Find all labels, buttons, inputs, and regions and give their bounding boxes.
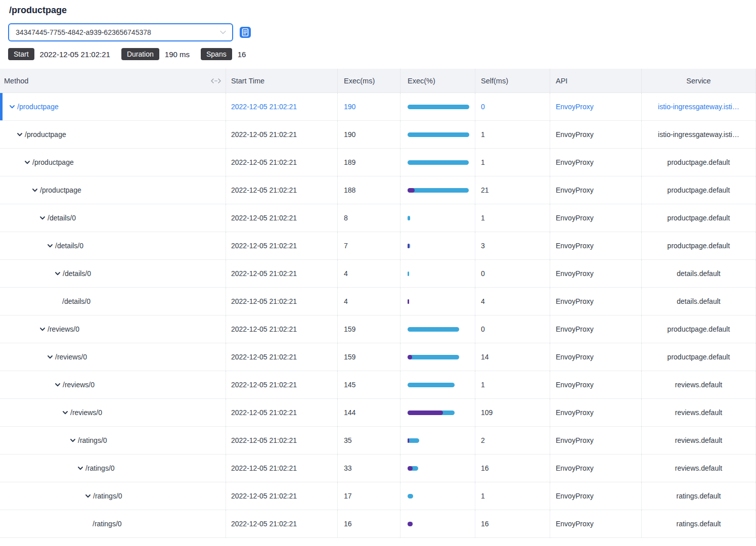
api-cell: EnvoyProxy <box>550 93 641 120</box>
table-row[interactable]: /details/0 2022-12-05 21:02:21 4 4 Envoy… <box>0 288 756 315</box>
table-row[interactable]: /reviews/0 2022-12-05 21:02:21 159 0 Env… <box>0 315 756 343</box>
column-header-method-label: Method <box>4 77 28 85</box>
api-cell: EnvoyProxy <box>550 454 641 482</box>
api-cell: EnvoyProxy <box>550 288 641 315</box>
service-cell: reviews.default <box>641 399 756 426</box>
exec-percent-bar <box>408 299 469 304</box>
service-cell: details.default <box>641 260 756 287</box>
exec-ms-cell: 145 <box>337 371 400 398</box>
chevron-down-icon[interactable] <box>55 382 61 388</box>
service-cell: ratings.default <box>641 482 756 510</box>
self-ms-cell: 14 <box>475 343 550 371</box>
chevron-down-icon[interactable] <box>47 243 53 249</box>
chevron-down-icon[interactable] <box>32 187 38 193</box>
chevron-down-icon[interactable] <box>77 465 83 471</box>
start-time-cell: 2022-12-05 21:02:21 <box>226 93 337 120</box>
table-row[interactable]: /productpage 2022-12-05 21:02:21 190 0 E… <box>0 93 756 121</box>
start-time-cell: 2022-12-05 21:02:21 <box>226 176 337 204</box>
chevron-down-icon[interactable] <box>85 493 91 499</box>
table-row[interactable]: /productpage 2022-12-05 21:02:21 190 1 E… <box>0 121 756 149</box>
spans-value: 16 <box>238 50 246 59</box>
service-cell: productpage.default <box>641 176 756 204</box>
exec-ms-cell: 189 <box>337 149 400 176</box>
table-row[interactable]: /details/0 2022-12-05 21:02:21 4 0 Envoy… <box>0 260 756 288</box>
chevron-down-icon[interactable] <box>62 410 68 416</box>
exec-ms-cell: 188 <box>337 176 400 204</box>
start-time-cell: 2022-12-05 21:02:21 <box>226 371 337 398</box>
table-row[interactable]: /reviews/0 2022-12-05 21:02:21 159 14 En… <box>0 343 756 371</box>
exec-percent-cell <box>400 510 475 537</box>
service-cell: reviews.default <box>641 454 756 482</box>
api-cell: EnvoyProxy <box>550 427 641 454</box>
api-cell: EnvoyProxy <box>550 149 641 176</box>
service-cell: istio-ingressgateway.isti… <box>641 93 756 120</box>
self-bar-segment <box>408 522 413 526</box>
table-row[interactable]: /details/0 2022-12-05 21:02:21 7 3 Envoy… <box>0 232 756 260</box>
method-label: /ratings/0 <box>93 492 122 500</box>
method-cell: /ratings/0 <box>0 482 226 510</box>
start-value: 2022-12-05 21:02:21 <box>40 50 110 59</box>
exec-percent-bar <box>408 522 469 526</box>
method-label: /details/0 <box>63 269 91 278</box>
table-row[interactable]: /reviews/0 2022-12-05 21:02:21 144 109 E… <box>0 399 756 427</box>
start-time-cell: 2022-12-05 21:02:21 <box>226 204 337 232</box>
exec-percent-cell <box>400 232 475 259</box>
horizontal-resize-icon[interactable] <box>210 78 221 84</box>
api-cell: EnvoyProxy <box>550 121 641 148</box>
exec-ms-cell: 159 <box>337 315 400 343</box>
start-time-cell: 2022-12-05 21:02:21 <box>226 343 337 371</box>
exec-percent-bar <box>408 160 469 165</box>
method-cell: /productpage <box>0 121 226 148</box>
exec-percent-bar <box>408 188 469 193</box>
service-cell: productpage.default <box>641 315 756 343</box>
column-header-method: Method <box>0 69 226 93</box>
api-cell: EnvoyProxy <box>550 176 641 204</box>
table-row[interactable]: /productpage 2022-12-05 21:02:21 188 21 … <box>0 176 756 204</box>
trace-id-select[interactable]: 34347445-7755-4842-a939-623656745378 <box>8 23 233 41</box>
table-row[interactable]: /ratings/0 2022-12-05 21:02:21 17 1 Envo… <box>0 482 756 510</box>
table-row[interactable]: /ratings/0 2022-12-05 21:02:21 35 2 Envo… <box>0 427 756 454</box>
method-label: /reviews/0 <box>48 325 79 333</box>
copy-document-icon[interactable] <box>239 26 251 38</box>
method-cell: /reviews/0 <box>0 315 226 343</box>
chevron-down-icon[interactable] <box>70 437 76 443</box>
method-label: /productpage <box>25 130 66 139</box>
service-cell: productpage.default <box>641 343 756 371</box>
exec-percent-bar <box>408 411 469 415</box>
self-ms-cell: 0 <box>475 315 550 343</box>
method-label: /ratings/0 <box>93 520 122 528</box>
method-cell: /reviews/0 <box>0 371 226 398</box>
service-cell: reviews.default <box>641 371 756 398</box>
self-bar-segment <box>408 438 409 443</box>
chevron-down-icon[interactable] <box>24 159 30 165</box>
duration-badge: Duration <box>121 48 159 60</box>
start-time-cell: 2022-12-05 21:02:21 <box>226 482 337 510</box>
api-cell: EnvoyProxy <box>550 343 641 371</box>
table-row[interactable]: /ratings/0 2022-12-05 21:02:21 33 16 Env… <box>0 454 756 482</box>
table-row[interactable]: /productpage 2022-12-05 21:02:21 189 1 E… <box>0 149 756 176</box>
start-time-cell: 2022-12-05 21:02:21 <box>226 121 337 148</box>
method-cell: /details/0 <box>0 204 226 232</box>
exec-percent-bar <box>408 244 469 248</box>
service-cell: details.default <box>641 288 756 315</box>
chevron-down-icon[interactable] <box>47 354 53 360</box>
exec-percent-bar <box>408 105 469 109</box>
chevron-down-icon[interactable] <box>39 326 46 332</box>
method-cell: /productpage <box>0 176 226 204</box>
exec-bar-segment <box>408 216 410 220</box>
exec-percent-bar <box>408 327 469 332</box>
chevron-down-icon[interactable] <box>17 131 23 138</box>
exec-percent-cell <box>400 288 475 315</box>
trace-meta-badges: Start 2022-12-05 21:02:21 Duration 190 m… <box>8 48 748 60</box>
exec-ms-cell: 144 <box>337 399 400 426</box>
column-header-self-ms: Self(ms) <box>475 69 550 93</box>
chevron-down-icon[interactable] <box>55 270 61 277</box>
self-ms-cell: 1 <box>475 482 550 510</box>
table-row[interactable]: /ratings/0 2022-12-05 21:02:21 16 16 Env… <box>0 510 756 538</box>
method-label: /ratings/0 <box>85 464 115 472</box>
table-row[interactable]: /reviews/0 2022-12-05 21:02:21 145 1 Env… <box>0 371 756 399</box>
self-ms-cell: 1 <box>475 204 550 232</box>
chevron-down-icon[interactable] <box>9 104 15 110</box>
chevron-down-icon[interactable] <box>39 215 46 221</box>
table-row[interactable]: /details/0 2022-12-05 21:02:21 8 1 Envoy… <box>0 204 756 232</box>
